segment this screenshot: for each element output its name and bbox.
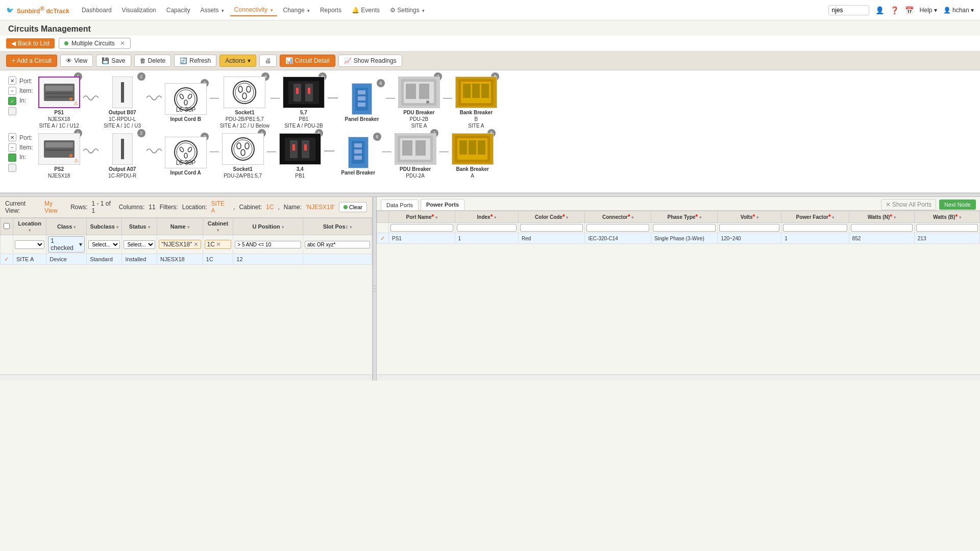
col-status[interactable]: Status ▾ — [122, 218, 157, 235]
tab-power-ports[interactable]: Power Ports — [421, 199, 464, 210]
print-button[interactable]: 🖨 — [259, 55, 277, 67]
right-col-colorcode[interactable]: Color Code* ▾ — [519, 211, 585, 223]
circuit-1-node-5[interactable]: 5 5,7 PB1SITE A / PDU-2B — [281, 77, 327, 129]
filter-location-select[interactable] — [15, 240, 44, 249]
circuit-1-node-7[interactable]: 7 PDU Breaker PDU-2BSITE A — [396, 77, 442, 129]
class-filter-arrow[interactable]: ▾ — [79, 241, 82, 248]
nav-capacity[interactable]: Capacity — [162, 5, 194, 16]
circuit-1-node-4[interactable]: 4 Socket1 PDU-2B/PB1:5,7SITE A / 1C / U … — [220, 77, 270, 129]
filter-wattsn-input[interactable] — [851, 224, 913, 232]
circuit-2-node-7[interactable]: 7 PDU Breaker PDU-2A — [393, 133, 438, 179]
right-col-connector[interactable]: Connector* ▾ — [585, 211, 651, 223]
panel-resize-handle[interactable] — [373, 197, 377, 381]
filter-subclass-select[interactable]: Select... — [88, 240, 120, 249]
tab-data-ports[interactable]: Data Ports — [381, 199, 419, 210]
nav-settings[interactable]: ⚙ Settings ▾ — [386, 5, 429, 16]
col-uposition[interactable]: U Position ▾ — [233, 218, 303, 235]
right-col-wattsb[interactable]: Watts (B)* ▾ — [914, 211, 979, 223]
nav-dashboard[interactable]: Dashboard — [78, 5, 116, 16]
filter-status-select[interactable]: Select... — [124, 240, 155, 249]
name-filter-remove[interactable]: ✕ — [193, 241, 199, 248]
circuit-2-node-3[interactable]: 3 L6-30P Input Cord A — [163, 137, 209, 176]
circuit-row-2-empty[interactable] — [8, 164, 16, 172]
show-all-ports-button[interactable]: ✕ Show All Ports — [881, 199, 936, 210]
col-class[interactable]: Class ▾ — [46, 218, 87, 235]
right-col-check[interactable] — [377, 211, 389, 223]
col-name[interactable]: Name ▾ — [157, 218, 203, 235]
filter-colorcode-input[interactable] — [520, 224, 583, 232]
circuit-1-node-6[interactable]: 6 Panel Breaker — [339, 83, 385, 122]
filter-portname-input[interactable] — [390, 224, 453, 232]
filter-slotpos-input[interactable] — [305, 241, 370, 248]
cabinet-filter-remove[interactable]: ✕ — [216, 241, 221, 248]
circuit-row-1-check[interactable]: ✓ — [8, 97, 16, 105]
back-to-list-button[interactable]: ◀ Back to List — [6, 38, 55, 48]
right-col-wattsn[interactable]: Watts (N)* ▾ — [849, 211, 914, 223]
circuit-1-node-1[interactable]: 1 ⚠ PS1 NJESX18SITE A / 1C / U12 — [36, 77, 82, 129]
delete-button[interactable]: 🗑 Delete — [134, 55, 172, 67]
col-cabinet[interactable]: Cabinet ▾ — [203, 218, 233, 235]
add-circuit-button[interactable]: + Add a Circuit — [6, 55, 57, 67]
col-checkbox-header[interactable] — [1, 218, 13, 235]
save-button[interactable]: 💾 Save — [96, 55, 131, 67]
search-input[interactable] — [828, 5, 869, 15]
right-col-volts[interactable]: Volts* ▾ — [718, 211, 781, 223]
refresh-button[interactable]: 🔄 Refresh — [174, 55, 216, 67]
right-table-row[interactable]: ✓ PS1 1 Red IEC-320-C14 Single Phase (3-… — [377, 233, 980, 244]
circuit-2-node-1[interactable]: 1 ⚠ PS2 NJESX18 — [36, 133, 82, 179]
circuit-row-2-expand[interactable]: − — [8, 143, 16, 152]
right-col-phasetype[interactable]: Phase Type* ▾ — [651, 211, 718, 223]
help-label[interactable]: Help ▾ — [920, 7, 937, 14]
circuit-row-1-expand[interactable]: − — [8, 87, 16, 95]
filter-pf-input[interactable] — [783, 224, 847, 232]
table-filter-row: 1 checked ▾ Select... Select... "NJESX18… — [1, 235, 372, 254]
circuit-row-1-empty[interactable] — [8, 107, 16, 115]
actions-button[interactable]: Actions ▾ — [219, 55, 256, 67]
user-label[interactable]: 👤 hchan ▾ — [943, 7, 974, 14]
table-h-scroll[interactable] — [0, 374, 372, 381]
table-row[interactable]: ✓ SITE A Device Standard Installed NJESX… — [1, 254, 372, 265]
circuit-row-1-close[interactable]: ✕ — [8, 77, 16, 85]
view-name: My View — [44, 200, 66, 214]
col-location[interactable]: Location ▾ — [13, 218, 46, 235]
circuit-2-node-2[interactable]: 2 Output A07 1C-RPDU-R — [100, 133, 145, 179]
calendar-icon-btn[interactable]: 📅 — [905, 6, 914, 14]
circuit-detail-button[interactable]: 📊 Circuit Detail — [280, 55, 335, 67]
filter-wattsb-input[interactable] — [916, 224, 978, 232]
nav-events[interactable]: 🔔 Events — [348, 5, 384, 16]
view-button[interactable]: 👁 View — [60, 55, 93, 67]
circuit-2-node-4[interactable]: 4 Socket1 PDU-2A/PB1:5,7 — [220, 133, 266, 179]
circuit-1-node-8[interactable]: 8 Bank Breaker BSITE A — [453, 77, 499, 129]
show-readings-button[interactable]: 📈 Show Readings — [338, 55, 402, 67]
filter-volts-input[interactable] — [719, 224, 779, 232]
right-col-index[interactable]: Index* ▾ — [455, 211, 519, 223]
right-col-portname[interactable]: Port Name* ▾ — [389, 211, 455, 223]
circuit-row-2-controls: ✕ − — [8, 133, 16, 172]
filter-connector-input[interactable] — [586, 224, 649, 232]
filter-index-input[interactable] — [457, 224, 517, 232]
circuit-row-2-dot[interactable] — [8, 154, 16, 162]
col-slotpos[interactable]: Slot Pos↕ ▾ — [303, 218, 372, 235]
filter-uposition-input[interactable] — [235, 241, 301, 248]
clear-button[interactable]: Clear — [339, 202, 367, 212]
nav-assets[interactable]: Assets ▾ — [196, 5, 228, 16]
circuit-1-node-2[interactable]: 2 Output B07 1C-RPDU-LSITE A / 1C / U3 — [100, 77, 145, 129]
circuit-2-node-6[interactable]: 6 Panel Breaker — [335, 137, 381, 176]
help-icon-btn[interactable]: ❓ — [890, 6, 899, 14]
nav-connectivity[interactable]: Connectivity ▾ — [230, 4, 277, 16]
circuit-2-node-8[interactable]: 8 Bank Breaker A — [450, 133, 496, 179]
circuit-2-node-5[interactable]: 5 3,4 PB1 — [277, 133, 323, 179]
nav-reports[interactable]: Reports — [316, 5, 346, 16]
right-col-powerfactor[interactable]: Power Factor* ▾ — [781, 211, 849, 223]
col-subclass[interactable]: Subclass ▾ — [87, 218, 122, 235]
nav-visualization[interactable]: Visualization — [118, 5, 160, 16]
right-h-scroll[interactable] — [377, 374, 980, 381]
multiple-circuits-tab[interactable]: Multiple Circuits ✕ — [59, 38, 131, 49]
next-node-button[interactable]: Next Node — [939, 199, 976, 210]
circuit-1-node-3[interactable]: 3 L6-30P Input Cord B — [163, 83, 209, 122]
circuit-row-2-close[interactable]: ✕ — [8, 133, 16, 141]
nav-change[interactable]: Change ▾ — [279, 5, 314, 16]
tab-close-icon[interactable]: ✕ — [120, 40, 125, 47]
user-icon-btn[interactable]: 👤 — [875, 6, 884, 14]
filter-phasetype-input[interactable] — [653, 224, 716, 232]
